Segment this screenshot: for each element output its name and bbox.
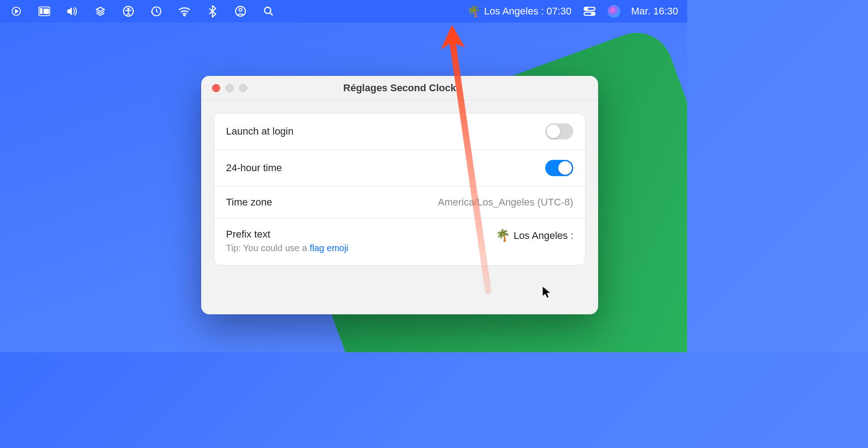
svg-point-17: [592, 13, 594, 15]
time-machine-icon[interactable]: [149, 4, 164, 19]
volume-icon[interactable]: [65, 4, 80, 19]
close-button[interactable]: [212, 84, 220, 92]
second-clock-menubar-item[interactable]: 🌴 Los Angeles : 07:30: [467, 5, 571, 18]
svg-point-12: [239, 9, 242, 12]
launch-at-login-toggle[interactable]: [545, 123, 573, 140]
second-clock-text: Los Angeles : 07:30: [484, 5, 571, 17]
settings-panel: Launch at login 24-hour time Time zone A…: [214, 113, 585, 266]
search-icon[interactable]: [261, 4, 276, 19]
siri-icon[interactable]: [608, 5, 620, 18]
twentyfour-hour-toggle[interactable]: [545, 160, 573, 176]
settings-window: Réglages Second Clock Launch at login 24…: [201, 76, 598, 314]
window-titlebar[interactable]: Réglages Second Clock: [201, 76, 598, 100]
play-icon[interactable]: [9, 4, 24, 19]
flag-emoji-link[interactable]: flag emoji: [310, 243, 349, 253]
svg-rect-5: [40, 13, 42, 14]
launch-at-login-row: Launch at login: [214, 113, 585, 150]
system-clock[interactable]: Mar. 16:30: [631, 5, 678, 17]
palm-tree-emoji: 🌴: [467, 5, 481, 18]
stage-manager-icon[interactable]: [37, 4, 52, 19]
maximize-button[interactable]: [239, 84, 247, 92]
svg-point-13: [264, 7, 271, 14]
svg-point-8: [127, 8, 129, 9]
svg-marker-1: [15, 9, 18, 13]
prefix-tip: Tip: You could use a flag emoji: [226, 243, 349, 253]
launch-at-login-label: Launch at login: [226, 126, 293, 137]
control-center-icon[interactable]: [582, 4, 597, 19]
window-title: Réglages Second Clock: [343, 82, 456, 94]
cursor-icon: [542, 285, 552, 299]
bluetooth-icon[interactable]: [205, 4, 220, 19]
svg-rect-3: [40, 9, 42, 10]
svg-point-15: [585, 8, 588, 10]
layers-icon[interactable]: [93, 4, 108, 19]
menubar: 🌴 Los Angeles : 07:30 Mar. 16:30: [0, 0, 687, 23]
wifi-icon[interactable]: [177, 4, 192, 19]
twentyfour-hour-label: 24-hour time: [226, 162, 282, 174]
accessibility-icon[interactable]: [121, 4, 136, 19]
svg-rect-6: [44, 9, 48, 14]
user-icon[interactable]: [233, 4, 248, 19]
timezone-value: America/Los_Angeles (UTC-8): [438, 196, 573, 208]
twentyfour-hour-row: 24-hour time: [214, 150, 585, 187]
prefix-text-label: Prefix text: [226, 229, 349, 240]
prefix-emoji: 🌴: [495, 229, 510, 243]
prefix-text-row[interactable]: Prefix text Tip: You could use a flag em…: [214, 219, 585, 265]
minimize-button[interactable]: [226, 84, 234, 92]
svg-point-10: [184, 15, 185, 16]
prefix-text-value: 🌴 Los Angeles :: [495, 229, 573, 243]
timezone-row[interactable]: Time zone America/Los_Angeles (UTC-8): [214, 187, 585, 219]
timezone-label: Time zone: [226, 196, 272, 208]
svg-rect-4: [40, 10, 42, 12]
